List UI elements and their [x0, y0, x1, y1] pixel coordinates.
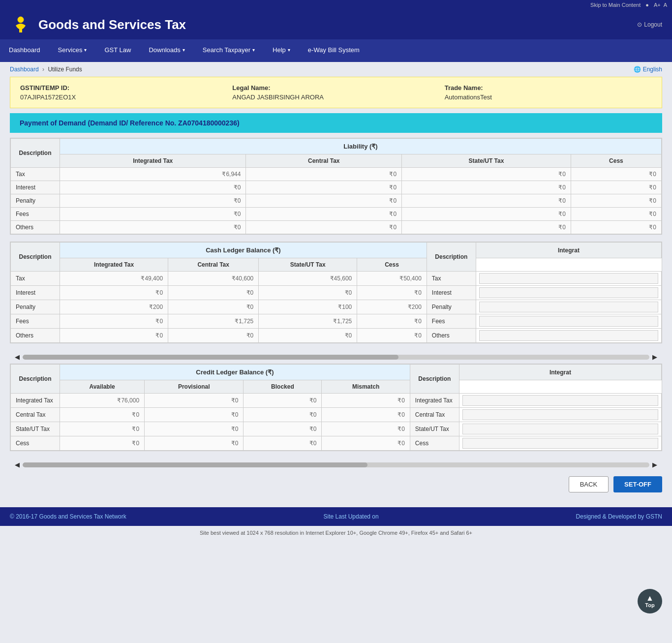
credit-row-desc: Central Tax — [11, 408, 60, 422]
legal-name-field: Legal Name: ANGAD JASBIRSINGH ARORA — [232, 84, 439, 101]
nav-services[interactable]: Services ▾ — [49, 39, 96, 62]
credit-cell: ₹0 — [145, 408, 244, 422]
liability-desc-header: Description — [11, 139, 60, 168]
credit-col-blocked: Blocked — [244, 380, 322, 394]
nav-search-taxpayer[interactable]: Search Taxpayer ▾ — [194, 39, 264, 62]
site-logo — [10, 14, 31, 35]
credit-cell: ₹0 — [244, 422, 322, 436]
cash-input-cell[interactable] — [476, 286, 661, 300]
credit-input[interactable] — [462, 395, 658, 406]
cash-col-state: State/UT Tax — [259, 258, 357, 272]
setoff-button[interactable]: SET-OFF — [613, 476, 662, 492]
trade-name-label: Trade Name: — [445, 84, 652, 92]
nav-eway-bill[interactable]: e-Way Bill System — [299, 39, 368, 62]
payment-demand-header: Payment of Demand (Demand ID/ Reference … — [10, 113, 662, 133]
cash-cell: ₹40,600 — [168, 272, 259, 286]
cash-input-cell[interactable] — [476, 272, 661, 286]
cash-cell: ₹0 — [259, 329, 357, 343]
language-selector[interactable]: 🌐 English — [634, 66, 662, 73]
credit-row-desc2: Central Tax — [410, 408, 459, 422]
cash-cell: ₹0 — [60, 329, 168, 343]
cash-cell: ₹0 — [60, 314, 168, 329]
table-row: Tax₹6,944₹0₹0₹0 — [11, 168, 662, 181]
nav-dashboard[interactable]: Dashboard — [0, 39, 49, 62]
cash-input[interactable] — [479, 316, 658, 327]
credit-cell: ₹0 — [322, 408, 410, 422]
logout-button[interactable]: ⊙ Logout — [637, 21, 662, 28]
cash-row-desc2: Fees — [427, 314, 476, 329]
cash-cell: ₹0 — [168, 300, 259, 314]
nav-help[interactable]: Help ▾ — [264, 39, 299, 62]
nav-gst-law[interactable]: GST Law — [95, 39, 140, 62]
credit-cell: ₹0 — [145, 394, 244, 408]
credit-desc-header: Description — [11, 365, 60, 394]
cash-input[interactable] — [479, 287, 658, 298]
cash-row-desc: Tax — [11, 272, 60, 286]
liability-cell: ₹6,944 — [60, 168, 246, 181]
credit-col-integrated2: Integrat — [459, 365, 661, 380]
breadcrumb-current: Utilize Funds — [48, 66, 82, 73]
liability-cell: ₹0 — [246, 208, 402, 221]
cash-input-cell[interactable] — [476, 314, 661, 329]
font-large-btn[interactable]: A+ — [654, 2, 661, 8]
logout-icon: ⊙ — [637, 21, 642, 28]
credit-input-cell[interactable] — [459, 436, 661, 451]
liability-cell: ₹0 — [246, 181, 402, 194]
horizontal-scroll-1[interactable]: ◀ ▶ — [10, 350, 662, 364]
cash-cell: ₹0 — [357, 286, 427, 300]
table-row: Integrated Tax₹76,000₹0₹0₹0Integrated Ta… — [11, 394, 662, 408]
liability-col-cess: Cess — [571, 154, 661, 168]
cash-cell: ₹49,400 — [60, 272, 168, 286]
credit-input-cell[interactable] — [459, 394, 661, 408]
scroll-left-icon-2[interactable]: ◀ — [15, 461, 20, 468]
search-taxpayer-arrow-icon: ▾ — [252, 47, 255, 53]
scroll-left-icon[interactable]: ◀ — [15, 353, 20, 361]
table-row: Others₹0₹0₹0₹0Others — [11, 329, 662, 343]
credit-cell: ₹0 — [322, 422, 410, 436]
liability-col-state: State/UT Tax — [402, 154, 571, 168]
table-row: Others₹0₹0₹0₹0 — [11, 221, 662, 234]
credit-input[interactable] — [462, 409, 658, 420]
main-navbar: Dashboard Services ▾ GST Law Downloads ▾… — [0, 39, 672, 62]
credit-row-desc: Integrated Tax — [11, 394, 60, 408]
cash-cell: ₹0 — [259, 286, 357, 300]
liability-col-integrated: Integrated Tax — [60, 154, 246, 168]
breadcrumb-parent-link[interactable]: Dashboard — [10, 66, 39, 73]
horizontal-scroll-2[interactable]: ◀ ▶ — [10, 458, 662, 471]
liability-table-container: Description Liability (₹) Integrated Tax… — [10, 138, 662, 235]
back-button[interactable]: BACK — [569, 476, 609, 492]
cash-input[interactable] — [479, 302, 658, 312]
credit-input[interactable] — [462, 424, 658, 434]
scroll-right-icon-2[interactable]: ▶ — [652, 461, 657, 468]
cash-ledger-table: Description Cash Ledger Balance (₹) Desc… — [10, 242, 662, 343]
nav-downloads[interactable]: Downloads ▾ — [140, 39, 193, 62]
credit-row-desc2: State/UT Tax — [410, 422, 459, 436]
cash-row-desc: Penalty — [11, 300, 60, 314]
cash-input[interactable] — [479, 330, 658, 341]
font-small-btn[interactable]: A — [664, 2, 667, 8]
contrast-icon[interactable]: ● — [645, 2, 649, 8]
liability-cell: ₹0 — [246, 194, 402, 208]
liability-cell: ₹0 — [402, 221, 571, 234]
credit-cell: ₹0 — [60, 422, 145, 436]
credit-col-available: Available — [60, 380, 145, 394]
cash-row-desc2: Tax — [427, 272, 476, 286]
credit-input-cell[interactable] — [459, 422, 661, 436]
globe-icon: 🌐 — [634, 66, 641, 73]
skip-main-link[interactable]: Skip to Main Content — [590, 2, 641, 8]
credit-input-cell[interactable] — [459, 408, 661, 422]
cash-cell: ₹0 — [168, 286, 259, 300]
gstin-value: 07AJIPA1572EO1X — [20, 93, 76, 101]
main-content: Description Liability (₹) Integrated Tax… — [0, 138, 672, 507]
cash-input[interactable] — [479, 273, 658, 284]
credit-input[interactable] — [462, 438, 658, 449]
credit-cell: ₹0 — [322, 394, 410, 408]
cash-input-cell[interactable] — [476, 300, 661, 314]
cash-input-cell[interactable] — [476, 329, 661, 343]
scroll-right-icon[interactable]: ▶ — [652, 353, 657, 361]
liability-group-header: Liability (₹) — [60, 139, 662, 154]
legal-name-label: Legal Name: — [232, 84, 439, 92]
table-row: Tax₹49,400₹40,600₹45,600₹50,400Tax — [11, 272, 662, 286]
liability-row-desc: Fees — [11, 208, 60, 221]
footer-designed: Designed & Developed by GSTN — [576, 513, 662, 520]
